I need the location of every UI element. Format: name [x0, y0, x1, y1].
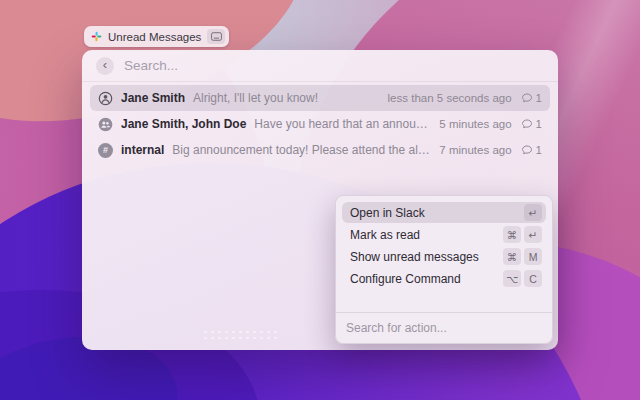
message-preview: Have you heard that an announcement is c…: [254, 117, 431, 131]
keyboard-icon[interactable]: [207, 29, 225, 44]
message-time: less than 5 seconds ago: [388, 92, 512, 104]
command-tag[interactable]: Unread Messages: [84, 26, 229, 47]
chat-bubble-icon: [521, 118, 533, 130]
message-row-internal[interactable]: # internal Big announcement today! Pleas…: [90, 137, 550, 163]
slack-icon: [91, 31, 102, 42]
return-key: ↵: [524, 204, 542, 221]
message-meta: 7 minutes ago 1: [439, 144, 542, 156]
hashtag-circle-icon: #: [98, 143, 113, 158]
message-sender: internal: [121, 143, 164, 157]
hash-glyph: #: [103, 146, 108, 155]
message-time: 7 minutes ago: [439, 144, 511, 156]
chevron-left-icon: ‹: [103, 58, 107, 71]
back-button[interactable]: ‹: [96, 57, 114, 75]
message-sender: Jane Smith: [121, 91, 185, 105]
action-label: Show unread messages: [350, 250, 479, 264]
message-list: Jane Smith Alright, I'll let you know! l…: [82, 82, 558, 163]
dots-watermark: [202, 329, 278, 341]
command-key: ⌘: [503, 248, 521, 265]
action-label: Configure Command: [350, 272, 461, 286]
action-menu: Open in Slack ↵ Mark as read ⌘ ↵ Show un…: [335, 195, 553, 344]
message-time: 5 minutes ago: [439, 118, 511, 130]
message-preview: Alright, I'll let you know!: [193, 91, 318, 105]
chat-bubble-icon: [521, 92, 533, 104]
action-search-placeholder: Search for action...: [346, 321, 447, 335]
command-tag-label: Unread Messages: [108, 31, 201, 43]
unread-count: 1: [536, 144, 542, 156]
unread-count: 1: [536, 92, 542, 104]
return-key: ↵: [524, 226, 542, 243]
action-item-mark-as-read[interactable]: Mark as read ⌘ ↵: [342, 224, 546, 245]
message-sender: Jane Smith, John Doe: [121, 117, 246, 131]
message-row-jane-smith-john-doe[interactable]: Jane Smith, John Doe Have you heard that…: [90, 111, 550, 137]
action-item-configure-command[interactable]: Configure Command ⌥ C: [342, 268, 546, 289]
people-circle-icon: [98, 117, 113, 132]
action-item-open-in-slack[interactable]: Open in Slack ↵: [342, 202, 546, 223]
action-label: Mark as read: [350, 228, 420, 242]
unread-count: 1: [536, 118, 542, 130]
search-input[interactable]: Search...: [124, 58, 178, 73]
action-shortcut: ⌥ C: [503, 270, 542, 287]
command-key: ⌘: [503, 226, 521, 243]
action-search-input[interactable]: Search for action...: [336, 312, 552, 343]
action-shortcut: ⌘ ↵: [503, 226, 542, 243]
c-key: C: [524, 270, 542, 287]
action-menu-items: Open in Slack ↵ Mark as read ⌘ ↵ Show un…: [336, 196, 552, 295]
message-meta: 5 minutes ago 1: [439, 118, 542, 130]
action-shortcut: ⌘ M: [503, 248, 542, 265]
person-circle-icon: [98, 91, 113, 106]
m-key: M: [524, 248, 542, 265]
unread-badge: 1: [521, 92, 542, 104]
action-item-show-unread-messages[interactable]: Show unread messages ⌘ M: [342, 246, 546, 267]
option-key: ⌥: [503, 270, 521, 287]
message-preview: Big announcement today! Please attend th…: [172, 143, 431, 157]
action-label: Open in Slack: [350, 206, 425, 220]
unread-badge: 1: [521, 118, 542, 130]
message-row-jane-smith[interactable]: Jane Smith Alright, I'll let you know! l…: [90, 85, 550, 111]
search-bar[interactable]: ‹ Search...: [82, 50, 558, 82]
message-meta: less than 5 seconds ago 1: [388, 92, 542, 104]
unread-badge: 1: [521, 144, 542, 156]
action-shortcut: ↵: [524, 204, 542, 221]
chat-bubble-icon: [521, 144, 533, 156]
